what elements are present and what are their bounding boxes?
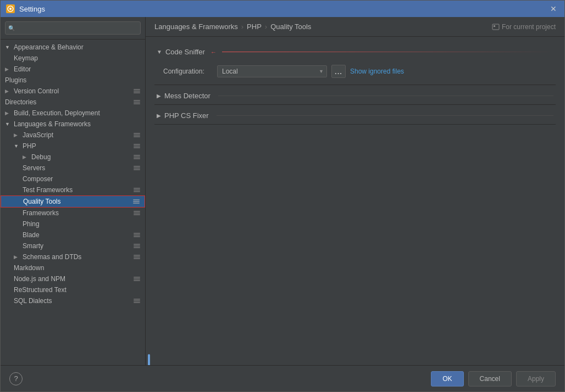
config-select[interactable]: Local Remote xyxy=(217,65,327,77)
svg-rect-34 xyxy=(134,247,140,248)
settings-icon xyxy=(133,87,141,95)
sidebar-item-smarty[interactable]: Smarty xyxy=(1,240,145,251)
expand-arrow-icon: ▶ xyxy=(23,154,29,160)
settings-tree: ▼ Appearance & Behavior Keymap ▶ Editor … xyxy=(1,40,145,365)
titlebar-left: Settings xyxy=(6,4,45,13)
sidebar-item-label: ReStructured Text xyxy=(14,286,67,294)
sidebar-item-label: Servers xyxy=(23,164,45,172)
search-input[interactable] xyxy=(5,21,141,35)
sidebar-item-editor[interactable]: ▶ Editor xyxy=(1,64,145,75)
sidebar-item-label: Frameworks xyxy=(23,209,59,217)
breadcrumb: Languages & Frameworks › PHP › Quality T… xyxy=(154,23,311,31)
svg-rect-4 xyxy=(134,92,140,93)
svg-rect-26 xyxy=(134,211,140,212)
svg-rect-35 xyxy=(134,255,140,256)
sidebar-item-test-frameworks[interactable]: Test Frameworks xyxy=(1,184,145,195)
sidebar-item-frameworks[interactable]: Frameworks xyxy=(1,208,145,219)
config-dots-button[interactable]: ... xyxy=(331,65,346,78)
sidebar-item-markdown[interactable]: Markdown xyxy=(1,262,145,273)
svg-rect-28 xyxy=(134,214,140,215)
svg-rect-21 xyxy=(134,189,140,191)
sidebar-item-servers[interactable]: Servers xyxy=(1,163,145,173)
sidebar-item-composer[interactable]: Composer xyxy=(1,173,145,184)
badge-icon xyxy=(133,209,141,217)
badge-icon xyxy=(132,198,140,205)
sidebar-item-quality-tools[interactable]: Code Sniffer Quality Tools xyxy=(1,195,145,208)
content-area: ▼ Code Sniffer ← Configuration: Local Re… xyxy=(146,37,564,365)
sidebar-item-version-control[interactable]: ▶ Version Control xyxy=(1,86,145,97)
apply-button[interactable]: Apply xyxy=(516,371,556,387)
svg-rect-2 xyxy=(134,89,140,90)
sidebar-item-build[interactable]: ▶ Build, Execution, Deployment xyxy=(1,108,145,119)
sidebar-item-plugins[interactable]: Plugins xyxy=(1,75,145,86)
show-ignored-link[interactable]: Show ignored files xyxy=(350,68,404,75)
badge-icon xyxy=(133,131,141,139)
help-button[interactable]: ? xyxy=(9,372,23,385)
sidebar-item-label: Test Frameworks xyxy=(23,186,73,194)
svg-rect-44 xyxy=(492,24,499,30)
svg-rect-9 xyxy=(134,135,140,136)
sidebar-item-label: Smarty xyxy=(23,242,43,250)
sidebar-item-schemas[interactable]: ▶ Schemas and DTDs xyxy=(1,251,145,262)
sidebar-item-label: Directories xyxy=(5,98,36,106)
breadcrumb-bar: Languages & Frameworks › PHP › Quality T… xyxy=(146,17,564,37)
bottom-right: OK Cancel Apply xyxy=(431,371,556,387)
sidebar-item-label: Composer xyxy=(23,175,53,183)
breadcrumb-languages[interactable]: Languages & Frameworks xyxy=(154,23,238,31)
svg-rect-27 xyxy=(134,212,140,214)
config-label: Configuration: xyxy=(163,68,213,75)
sidebar-item-label: Plugins xyxy=(5,76,26,84)
mess-detector-header[interactable]: ▶ Mess Detector xyxy=(154,87,556,104)
sidebar-item-blade[interactable]: Blade xyxy=(1,229,145,240)
sidebar-item-phing[interactable]: Phing xyxy=(1,219,145,229)
sidebar-item-appearance[interactable]: ▼ Appearance & Behavior xyxy=(1,42,145,53)
svg-rect-7 xyxy=(134,103,140,104)
svg-rect-12 xyxy=(134,145,140,147)
expand-arrow-icon: ▶ xyxy=(14,254,20,260)
sidebar-item-label: Appearance & Behavior xyxy=(14,43,84,51)
mess-detector-title: Mess Detector xyxy=(164,92,211,100)
ok-button[interactable]: OK xyxy=(431,371,463,387)
sidebar-item-directories[interactable]: Directories xyxy=(1,97,145,108)
expand-arrow-icon: ▼ xyxy=(14,143,20,149)
sidebar-item-sql[interactable]: SQL Dialects xyxy=(1,295,145,306)
svg-rect-42 xyxy=(134,300,140,301)
folder-icon xyxy=(133,98,141,106)
svg-rect-19 xyxy=(134,169,140,170)
badge-icon xyxy=(133,164,141,172)
badge-icon xyxy=(133,253,141,261)
svg-rect-40 xyxy=(134,280,140,281)
sidebar-item-label: Markdown xyxy=(14,264,44,272)
sidebar-item-keymap[interactable]: Keymap xyxy=(1,53,145,64)
svg-rect-11 xyxy=(134,144,140,145)
section-expand-icon: ▼ xyxy=(157,49,162,55)
sidebar-item-php[interactable]: ▼ PHP xyxy=(1,141,145,152)
sidebar-item-restructured[interactable]: ReStructured Text xyxy=(1,284,145,295)
badge-icon xyxy=(133,186,141,194)
right-panel: Languages & Frameworks › PHP › Quality T… xyxy=(146,17,564,365)
expand-arrow-icon: ▼ xyxy=(5,121,12,127)
php-cs-fixer-title: PHP CS Fixer xyxy=(164,111,209,120)
svg-point-1 xyxy=(9,8,12,10)
svg-rect-8 xyxy=(134,133,140,134)
close-button[interactable]: ✕ xyxy=(548,3,559,14)
bottom-bar: ? OK Cancel Apply xyxy=(1,365,564,391)
svg-rect-15 xyxy=(134,156,140,158)
sidebar-item-nodejs[interactable]: Node.js and NPM xyxy=(1,273,145,284)
svg-rect-22 xyxy=(134,191,140,192)
svg-rect-10 xyxy=(134,136,140,137)
sidebar-item-debug[interactable]: ▶ Debug xyxy=(1,152,145,163)
php-cs-fixer-header[interactable]: ▶ PHP CS Fixer xyxy=(154,107,556,124)
breadcrumb-php[interactable]: PHP xyxy=(247,23,262,31)
sidebar-item-languages[interactable]: ▼ Languages & Frameworks xyxy=(1,119,145,130)
sidebar-item-label: Phing xyxy=(23,220,40,228)
sidebar-item-label: Editor xyxy=(14,65,31,73)
sidebar-item-javascript[interactable]: ▶ JavaScript xyxy=(1,130,145,141)
code-sniffer-header[interactable]: ▼ Code Sniffer ← xyxy=(154,43,556,60)
sidebar-item-label: JavaScript xyxy=(23,131,53,139)
expand-arrow-icon: ▼ xyxy=(5,44,12,50)
section-expand-icon: ▶ xyxy=(157,93,161,99)
mess-detector-section: ▶ Mess Detector xyxy=(154,87,556,105)
svg-rect-31 xyxy=(134,236,140,237)
cancel-button[interactable]: Cancel xyxy=(468,371,512,387)
